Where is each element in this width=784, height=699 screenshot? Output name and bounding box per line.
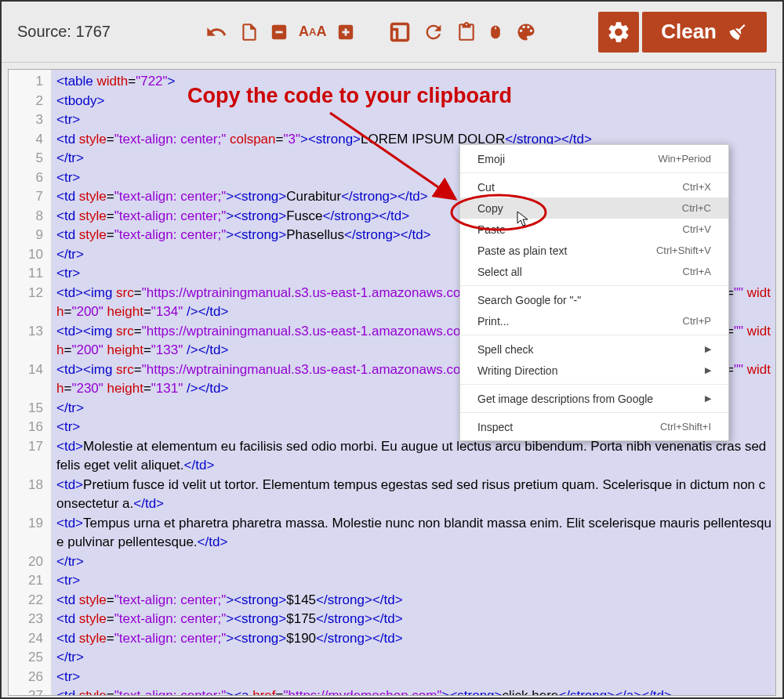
menu-shortcut: Ctrl+Shift+V [656,244,711,256]
submenu-arrow-icon: ▶ [705,344,711,354]
toolbar-icons-group: AAA [205,20,538,44]
code-line[interactable]: <tr> [56,110,772,130]
broom-icon [728,20,748,44]
svg-rect-4 [345,28,347,35]
line-number: 5 [9,149,51,168]
line-number: 24 [9,629,51,649]
menu-item-select-all[interactable]: Select allCtrl+A [460,261,728,282]
menu-item-inspect[interactable]: InspectCtrl+Shift+I [460,416,728,437]
clipboard-icon[interactable] [456,20,477,44]
line-number: 12 [9,284,51,322]
line-number: 14 [9,360,51,399]
line-gutter: 1234567891011121314151617181920212223242… [9,70,52,695]
clean-button[interactable]: Clean [642,12,767,53]
svg-rect-5 [392,24,408,40]
menu-item-search-google-for-[interactable]: Search Google for "-" [460,289,728,310]
menu-item-label: Emoji [477,153,505,165]
menu-item-label: Select all [477,266,522,278]
new-file-icon[interactable] [239,20,260,44]
gear-icon [606,20,631,45]
font-size-icon[interactable]: AAA [299,24,326,40]
line-number: 8 [9,207,51,226]
palette-icon[interactable] [514,21,538,43]
menu-shortcut: Ctrl+X [683,181,711,193]
menu-shortcut: Ctrl+V [683,223,711,235]
increase-font-icon[interactable] [337,24,354,41]
code-line[interactable]: <td>Pretium fusce id velit ut tortor. El… [56,476,772,514]
menu-item-emoji[interactable]: EmojiWin+Period [460,148,728,169]
line-number: 11 [9,264,51,284]
line-number: 13 [9,322,51,360]
menu-item-label: Spell check [477,343,534,356]
line-number: 19 [9,514,51,552]
code-line[interactable]: <td style="text-align: center;"><strong>… [56,591,772,610]
menu-item-writing-direction[interactable]: Writing Direction▶ [460,360,728,381]
code-line[interactable]: <td style="text-align: center;"><a href=… [56,686,772,695]
menu-item-print-[interactable]: Print...Ctrl+P [460,310,728,331]
code-line[interactable]: <tbody> [56,92,772,111]
menu-separator [460,384,728,385]
menu-shortcut: Ctrl+Shift+I [660,421,711,433]
code-line[interactable]: <td>Molestie at elementum eu facilisis s… [56,437,772,476]
line-number: 7 [9,187,51,207]
menu-item-get-image-descriptions-from-google[interactable]: Get image descriptions from Google▶ [460,388,728,409]
settings-button[interactable] [598,12,639,53]
submenu-arrow-icon: ▶ [705,365,711,375]
code-editor[interactable]: Copy the code to your clipboard EmojiWin… [8,69,776,696]
line-number: 4 [9,130,51,150]
code-line[interactable]: <td style="text-align: center;"><strong>… [56,629,772,649]
submenu-arrow-icon: ▶ [705,393,711,404]
line-number: 22 [9,591,51,610]
code-line[interactable]: </tr> [56,552,772,572]
line-number: 25 [9,648,51,668]
svg-rect-1 [275,31,282,33]
code-line[interactable]: </tr> [56,648,772,668]
line-number: 3 [9,110,51,130]
undo-icon[interactable] [205,21,228,43]
menu-item-label: Search Google for "-" [477,294,581,306]
menu-item-label: Writing Direction [477,364,557,377]
line-number: 26 [9,668,51,687]
menu-item-paste[interactable]: PasteCtrl+V [460,219,728,240]
line-number: 10 [9,245,51,265]
code-line[interactable]: <table width="722"> [56,72,772,92]
menu-item-label: Inspect [477,421,513,433]
decrease-font-icon[interactable] [270,24,288,41]
menu-item-label: Get image descriptions from Google [477,393,653,405]
code-line[interactable]: <tr> [56,668,772,687]
line-number: 20 [9,552,51,572]
line-number: 27 [9,686,51,696]
code-line[interactable]: <tr> [56,571,772,591]
menu-item-paste-as-plain-text[interactable]: Paste as plain textCtrl+Shift+V [460,240,728,261]
clean-button-label: Clean [661,20,717,44]
menu-separator [460,172,728,173]
line-number: 23 [9,610,51,629]
menu-item-label: Cut [477,181,495,194]
line-number: 16 [9,418,51,437]
menu-item-label: Paste [477,223,506,236]
menu-item-copy[interactable]: CopyCtrl+C [460,197,728,219]
menu-separator [460,335,728,335]
menu-item-spell-check[interactable]: Spell check▶ [460,339,728,360]
line-number: 2 [9,92,51,111]
toolbar: Source: 1767 AAA Clean [2,2,782,63]
menu-separator [460,412,728,413]
refresh-icon[interactable] [422,21,445,43]
mouse-icon[interactable] [488,20,503,44]
line-number: 1 [9,72,51,92]
line-number: 15 [9,399,51,418]
menu-item-label: Paste as plain text [477,244,567,257]
code-line[interactable]: <td style="text-align: center;"><strong>… [56,610,772,629]
frame-icon[interactable] [389,21,411,43]
menu-shortcut: Win+Period [658,153,711,165]
line-number: 9 [9,226,51,245]
menu-item-label: Copy [477,202,503,215]
menu-separator [460,285,728,286]
code-line[interactable]: <td>Tempus urna et pharetra pharetra mas… [56,514,772,552]
line-number: 17 [9,437,51,476]
menu-item-cut[interactable]: CutCtrl+X [460,176,728,197]
menu-shortcut: Ctrl+C [682,202,711,214]
menu-shortcut: Ctrl+A [683,266,711,277]
line-number: 6 [9,168,51,188]
context-menu: EmojiWin+PeriodCutCtrl+XCopyCtrl+CPasteC… [459,144,729,441]
